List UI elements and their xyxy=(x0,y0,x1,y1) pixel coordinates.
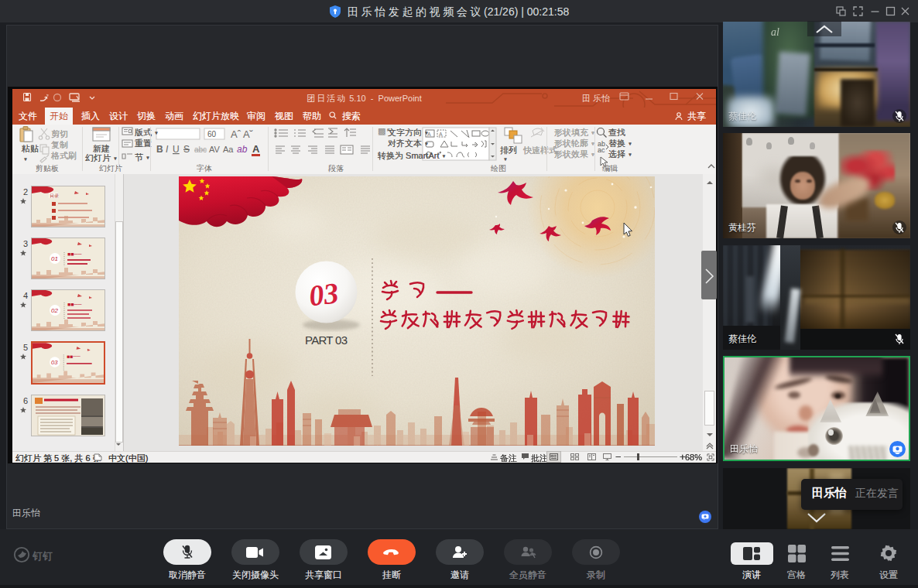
svg-text:01: 01 xyxy=(51,255,58,262)
svg-text:ac: ac xyxy=(598,146,605,154)
svg-text:U: U xyxy=(173,144,180,155)
svg-text:I: I xyxy=(166,144,169,155)
svg-text:ab: ab xyxy=(237,144,248,155)
svg-text:■■──: ■■── xyxy=(67,251,81,257)
svg-text:03: 03 xyxy=(51,359,58,366)
svg-text:Aa: Aa xyxy=(223,145,234,154)
svg-text:Aˆ A˘: Aˆ A˘ xyxy=(231,128,253,140)
svg-text:B: B xyxy=(156,144,163,155)
svg-text:目录: 目录 xyxy=(50,193,59,199)
svg-text:60: 60 xyxy=(207,130,217,138)
svg-text:03: 03 xyxy=(307,276,341,312)
svg-text:■■──: ■■── xyxy=(67,354,80,359)
svg-text:A: A xyxy=(252,143,260,155)
svg-text:■■──: ■■── xyxy=(67,302,81,307)
svg-text:02: 02 xyxy=(51,307,58,314)
svg-text:S: S xyxy=(183,144,190,155)
svg-text:AV: AV xyxy=(209,145,221,154)
svg-text:abc: abc xyxy=(194,145,207,154)
svg-text:A: A xyxy=(439,132,443,137)
